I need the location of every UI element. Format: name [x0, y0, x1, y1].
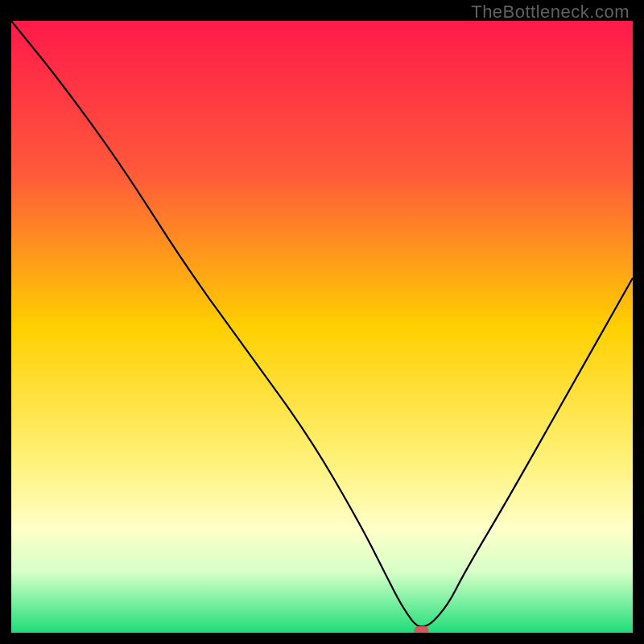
chart-svg [11, 21, 633, 633]
gradient-background [11, 21, 633, 633]
chart-frame: TheBottleneck.com [0, 0, 644, 644]
marker-dot [415, 626, 429, 633]
plot-area [11, 21, 633, 633]
watermark-text: TheBottleneck.com [471, 2, 630, 23]
